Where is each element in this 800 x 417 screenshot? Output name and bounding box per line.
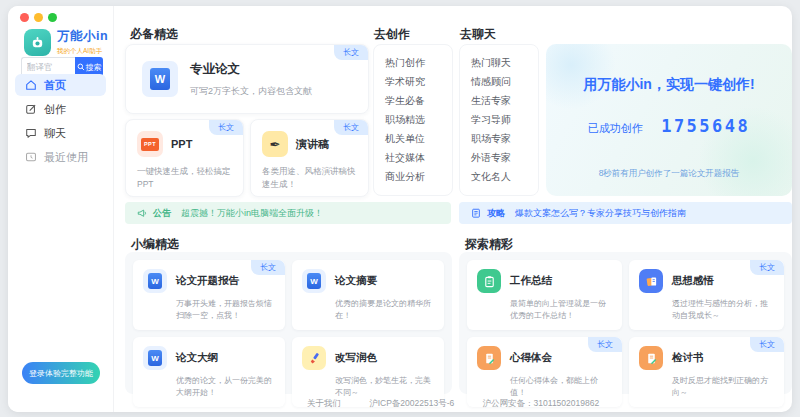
scroll-icon xyxy=(639,346,663,370)
long-text-badge: 长文 xyxy=(750,260,784,275)
ppt-icon: PPT xyxy=(137,131,163,157)
book-icon xyxy=(639,269,663,293)
card-title: 检讨书 xyxy=(672,351,704,365)
sidebar: 万能小in 我的个人AI助手 搜索 首页 创作 聊天 xyxy=(8,6,114,412)
footer-police-link[interactable]: 沪公网安备：31011502019862 xyxy=(483,398,600,408)
create-item[interactable]: 社交媒体 xyxy=(374,151,452,165)
card-title: 心得体会 xyxy=(510,351,552,365)
card-paper-outline[interactable]: W 论文大纲 优秀的论文，从一份完美的大纲开始！ xyxy=(133,337,285,407)
long-text-badge: 长文 xyxy=(334,45,368,60)
card-desc: 透过理性与感性的分析，推动自我成长～ xyxy=(672,298,774,321)
card-desc: 任何心得体会，都能上价值！ xyxy=(510,375,612,398)
sidebar-item-create[interactable]: 创作 xyxy=(15,98,106,120)
card-desc: 可写2万字长文，内容包含文献 xyxy=(190,85,312,98)
create-item[interactable]: 商业分析 xyxy=(374,170,452,184)
card-title: 论文摘要 xyxy=(335,274,377,288)
create-item[interactable]: 学术研究 xyxy=(374,75,452,89)
section-title-explore: 探索精彩 xyxy=(465,236,513,253)
long-text-badge: 长文 xyxy=(251,260,285,275)
card-title: 演讲稿 xyxy=(296,137,329,152)
card-title: 专业论文 xyxy=(190,61,312,78)
card-title: 改写润色 xyxy=(335,351,377,365)
long-text-badge: 长文 xyxy=(588,337,622,352)
close-button[interactable] xyxy=(20,13,29,22)
card-ppt[interactable]: 长文 PPT PPT 一键快速生成，轻松搞定PPT xyxy=(125,119,244,197)
chat-item[interactable]: 学习导师 xyxy=(460,113,538,127)
long-text-badge: 长文 xyxy=(209,120,243,135)
long-text-badge: 长文 xyxy=(750,337,784,352)
word-document-icon: W xyxy=(302,269,326,293)
guide-tag: 攻略 xyxy=(487,207,505,220)
announcement-bar[interactable]: 公告 超震撼！万能小in电脑端全面升级！ xyxy=(125,202,451,224)
card-paper-abstract[interactable]: W 论文摘要 优秀的摘要是论文的精华所在！ xyxy=(292,260,444,330)
create-list: 热门创作 学术研究 学生必备 职场精选 机关单位 社交媒体 商业分析 xyxy=(373,44,453,196)
card-work-summary[interactable]: 工作总结 最简单的向上管理就是一份优秀的工作总结！ xyxy=(467,260,622,330)
guide-bar[interactable]: 攻略 爆款文案怎么写？专家分享技巧与创作指南 xyxy=(459,202,792,224)
card-title: 工作总结 xyxy=(510,274,552,288)
sidebar-item-recent[interactable]: 最近使用 xyxy=(15,146,106,168)
footer-icp-link[interactable]: 沪ICP备20022513号-6 xyxy=(369,398,454,408)
app-window: 万能小in 我的个人AI助手 搜索 首页 创作 聊天 xyxy=(8,6,792,412)
promo-headline: 用万能小in，实现一键创作! xyxy=(546,76,792,94)
sidebar-menu: 首页 创作 聊天 最近使用 xyxy=(15,74,106,168)
card-professional-paper[interactable]: 长文 W 专业论文 可写2万字长文，内容包含文献 xyxy=(125,44,369,114)
footer: 关于我们 沪ICP备20022513号-6 沪公网安备：310115020198… xyxy=(114,398,792,410)
create-item[interactable]: 机关单位 xyxy=(374,132,452,146)
card-desc: 优秀的摘要是论文的精华所在！ xyxy=(335,298,434,321)
card-thesis-proposal[interactable]: 长文 W 论文开题报告 万事开头难，开题报告烦恼扫除一空，点我！ xyxy=(133,260,285,330)
editors-picks-section: 长文 W 论文开题报告 万事开头难，开题报告烦恼扫除一空，点我！ W 论文摘要 … xyxy=(125,252,452,394)
chat-item[interactable]: 外语专家 xyxy=(460,151,538,165)
section-title-create: 去创作 xyxy=(374,26,410,43)
card-title: 论文开题报告 xyxy=(176,274,239,288)
chat-item[interactable]: 热门聊天 xyxy=(460,56,538,70)
brush-icon xyxy=(302,346,326,370)
chat-list: 热门聊天 情感顾问 生活专家 学习导师 职场专家 外语专家 文化名人 xyxy=(459,44,539,196)
clipboard-icon xyxy=(477,269,501,293)
word-document-icon: W xyxy=(142,61,178,97)
card-title: 思想感悟 xyxy=(672,274,714,288)
card-rewrite-polish[interactable]: 改写润色 改写润色，妙笔生花，完美不同～ xyxy=(292,337,444,407)
sidebar-item-chat[interactable]: 聊天 xyxy=(15,122,106,144)
sidebar-item-home[interactable]: 首页 xyxy=(15,74,106,96)
chat-item[interactable]: 生活专家 xyxy=(460,94,538,108)
card-thought-insights[interactable]: 长文 思想感悟 透过理性与感性的分析，推动自我成长～ xyxy=(629,260,784,330)
word-document-icon: W xyxy=(143,346,167,370)
login-button[interactable]: 登录体验完整功能 xyxy=(22,362,100,384)
chat-item[interactable]: 情感顾问 xyxy=(460,75,538,89)
card-desc: 最简单的向上管理就是一份优秀的工作总结！ xyxy=(510,298,612,321)
footer-about-link[interactable]: 关于我们 xyxy=(307,398,341,408)
chat-item[interactable]: 职场专家 xyxy=(460,132,538,146)
section-title-editors-picks: 小编精选 xyxy=(131,236,179,253)
create-item[interactable]: 热门创作 xyxy=(374,56,452,70)
card-title: PPT xyxy=(171,138,192,150)
promo-stat: 已成功创作 1755648 xyxy=(546,116,792,136)
card-desc: 万事开头难，开题报告烦恼扫除一空，点我！ xyxy=(176,298,275,321)
minimize-button[interactable] xyxy=(34,13,43,22)
chat-item[interactable]: 文化名人 xyxy=(460,170,538,184)
zoom-button[interactable] xyxy=(48,13,57,22)
create-item[interactable]: 职场精选 xyxy=(374,113,452,127)
promo-ticker: 8秒前有用户创作了一篇论文开题报告 xyxy=(546,168,792,180)
card-self-review[interactable]: 长文 检讨书 及时反思才能找到正确的方向～ xyxy=(629,337,784,407)
megaphone-icon xyxy=(137,208,147,218)
promo-panel: 用万能小in，实现一键创作! 已成功创作 1755648 8秒前有用户创作了一篇… xyxy=(546,44,792,196)
word-document-icon: W xyxy=(143,269,167,293)
card-reflections[interactable]: 长文 心得体会 任何心得体会，都能上价值！ xyxy=(467,337,622,407)
window-controls xyxy=(20,13,57,22)
section-title-essentials: 必备精选 xyxy=(130,26,178,43)
card-desc: 一键快速生成，轻松搞定PPT xyxy=(137,165,232,191)
scroll-icon xyxy=(477,346,501,370)
card-speech[interactable]: 长文 ✒ 演讲稿 各类用途、风格演讲稿快速生成！ xyxy=(250,119,369,197)
create-item[interactable]: 学生必备 xyxy=(374,94,452,108)
app-name: 万能小in xyxy=(57,28,108,45)
card-desc: 及时反思才能找到正确的方向～ xyxy=(672,375,774,398)
announcement-tag: 公告 xyxy=(153,207,171,220)
card-desc: 优秀的论文，从一份完美的大纲开始！ xyxy=(176,375,275,398)
chat-bubble-icon xyxy=(25,127,37,139)
long-text-badge: 长文 xyxy=(334,120,368,135)
app-tagline: 我的个人AI助手 xyxy=(57,47,108,56)
card-title: 论文大纲 xyxy=(176,351,218,365)
recent-clock-icon xyxy=(25,151,37,163)
guide-text: 爆款文案怎么写？专家分享技巧与创作指南 xyxy=(515,207,686,220)
stat-value: 1755648 xyxy=(661,116,750,136)
